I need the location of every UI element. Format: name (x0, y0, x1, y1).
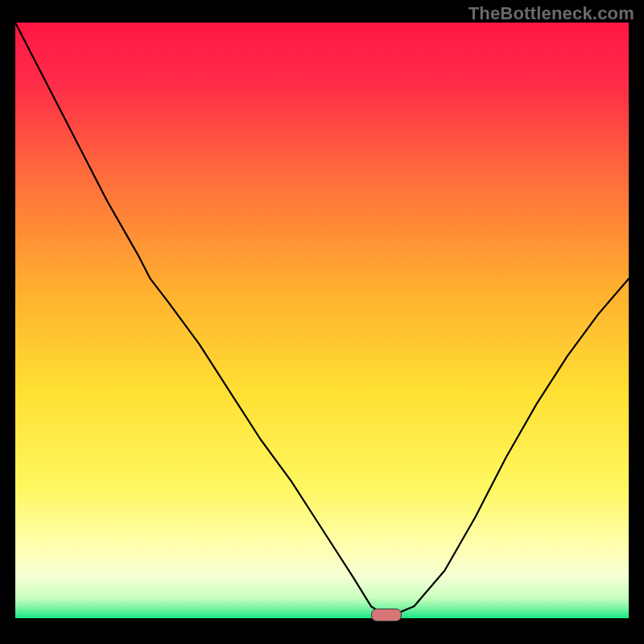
watermark: TheBottleneck.com (469, 3, 634, 24)
optimum-marker (371, 609, 402, 621)
bottleneck-chart (15, 23, 629, 618)
chart-svg (15, 23, 629, 618)
chart-root: TheBottleneck.com (0, 0, 644, 644)
